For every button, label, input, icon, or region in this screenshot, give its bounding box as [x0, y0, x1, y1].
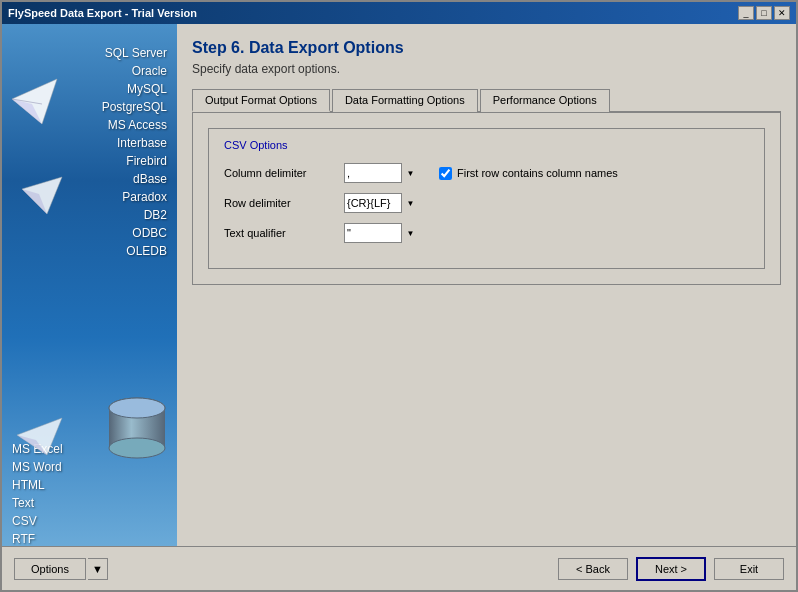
sidebar-item-odbc[interactable]: ODBC: [132, 224, 167, 242]
footer-right: < Back Next > Exit: [558, 557, 784, 581]
sidebar-item-html[interactable]: HTML: [12, 476, 45, 494]
column-delimiter-select[interactable]: , ; Tab |: [344, 163, 419, 183]
minimize-button[interactable]: _: [738, 6, 754, 20]
step-subtitle: Specify data export options.: [192, 62, 781, 76]
sidebar-item-msaccess[interactable]: MS Access: [108, 116, 167, 134]
airplane-middle-icon: [17, 169, 67, 222]
sidebar: SQL Server Oracle MySQL PostgreSQL MS Ac…: [2, 24, 177, 546]
row-delimiter-select[interactable]: {CR}{LF} {CR} {LF}: [344, 193, 419, 213]
sidebar-item-dbase[interactable]: dBase: [133, 170, 167, 188]
first-row-checkbox[interactable]: [439, 167, 452, 180]
sidebar-item-postgresql[interactable]: PostgreSQL: [102, 98, 167, 116]
sidebar-item-rtf[interactable]: RTF: [12, 530, 35, 546]
back-button[interactable]: < Back: [558, 558, 628, 580]
sidebar-item-sqlserver[interactable]: SQL Server: [105, 44, 167, 62]
first-row-label[interactable]: First row contains column names: [457, 167, 618, 179]
airplane-bottom-icon: [12, 413, 67, 461]
options-dropdown-button[interactable]: ▼: [88, 558, 108, 580]
tab-output-format[interactable]: Output Format Options: [192, 89, 330, 112]
maximize-button[interactable]: □: [756, 6, 772, 20]
svg-point-8: [109, 398, 165, 418]
row-delimiter-row: Row delimiter {CR}{LF} {CR} {LF} ▼: [224, 193, 749, 213]
main-window: FlySpeed Data Export - Trial Version _ □…: [0, 0, 798, 592]
step-title: Step 6. Data Export Options: [192, 39, 781, 57]
text-qualifier-label: Text qualifier: [224, 227, 344, 239]
csv-options-title: CSV Options: [224, 139, 749, 151]
airplane-top-icon: [7, 74, 62, 132]
titlebar-controls: _ □ ✕: [738, 6, 790, 20]
svg-point-7: [109, 438, 165, 458]
sidebar-item-interbase[interactable]: Interbase: [117, 134, 167, 152]
sidebar-item-csv[interactable]: CSV: [12, 512, 37, 530]
main-content: Step 6. Data Export Options Specify data…: [177, 24, 796, 546]
window-title: FlySpeed Data Export - Trial Version: [8, 7, 197, 19]
sidebar-item-firebird[interactable]: Firebird: [126, 152, 167, 170]
tab-performance[interactable]: Performance Options: [480, 89, 610, 112]
row-delimiter-label: Row delimiter: [224, 197, 344, 209]
text-qualifier-row: Text qualifier " ' None ▼: [224, 223, 749, 243]
titlebar: FlySpeed Data Export - Trial Version _ □…: [2, 2, 796, 24]
db-cylinder-icon: [107, 393, 167, 466]
close-button[interactable]: ✕: [774, 6, 790, 20]
tabs: Output Format Options Data Formatting Op…: [192, 88, 781, 113]
tab-data-formatting[interactable]: Data Formatting Options: [332, 89, 478, 112]
content-area: SQL Server Oracle MySQL PostgreSQL MS Ac…: [2, 24, 796, 546]
column-delimiter-wrapper: , ; Tab | ▼: [344, 163, 419, 183]
first-row-checkbox-container: First row contains column names: [439, 167, 618, 180]
exit-button[interactable]: Exit: [714, 558, 784, 580]
sidebar-item-oledb[interactable]: OLEDB: [126, 242, 167, 260]
tabs-container: Output Format Options Data Formatting Op…: [192, 88, 781, 285]
sidebar-item-paradox[interactable]: Paradox: [122, 188, 167, 206]
row-delimiter-wrapper: {CR}{LF} {CR} {LF} ▼: [344, 193, 419, 213]
tab-content: CSV Options Column delimiter , ; Tab |: [192, 113, 781, 285]
sidebar-item-oracle[interactable]: Oracle: [132, 62, 167, 80]
options-button[interactable]: Options: [14, 558, 86, 580]
column-delimiter-label: Column delimiter: [224, 167, 344, 179]
sidebar-item-text[interactable]: Text: [12, 494, 34, 512]
footer: Options ▼ < Back Next > Exit: [2, 546, 796, 590]
text-qualifier-wrapper: " ' None ▼: [344, 223, 419, 243]
column-delimiter-row: Column delimiter , ; Tab | ▼: [224, 163, 749, 183]
footer-left: Options ▼: [14, 558, 108, 580]
sidebar-item-db2[interactable]: DB2: [144, 206, 167, 224]
text-qualifier-select[interactable]: " ' None: [344, 223, 419, 243]
csv-options-group: CSV Options Column delimiter , ; Tab |: [208, 128, 765, 269]
next-button[interactable]: Next >: [636, 557, 706, 581]
sidebar-item-mysql[interactable]: MySQL: [127, 80, 167, 98]
